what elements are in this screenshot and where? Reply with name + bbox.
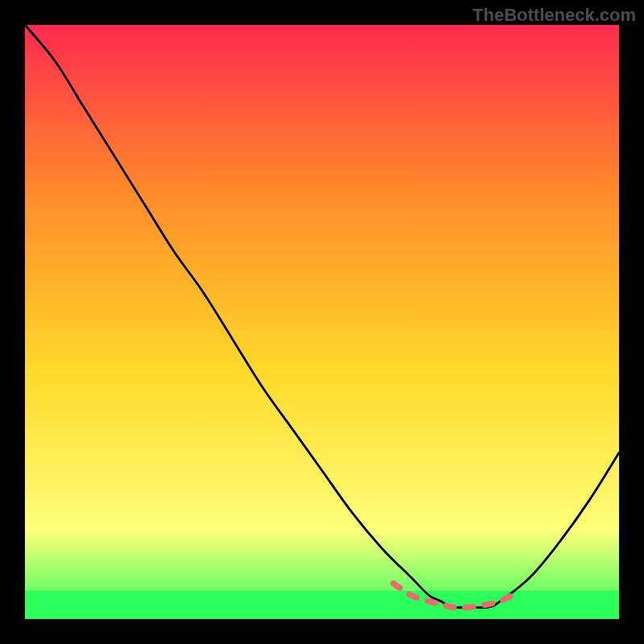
chart-frame: TheBottleneck.com xyxy=(0,0,644,644)
bottom-green-strip xyxy=(25,591,619,619)
chart-svg xyxy=(25,25,619,619)
watermark-text: TheBottleneck.com xyxy=(473,5,636,26)
gradient-background xyxy=(25,25,619,619)
plot-area xyxy=(25,25,619,619)
